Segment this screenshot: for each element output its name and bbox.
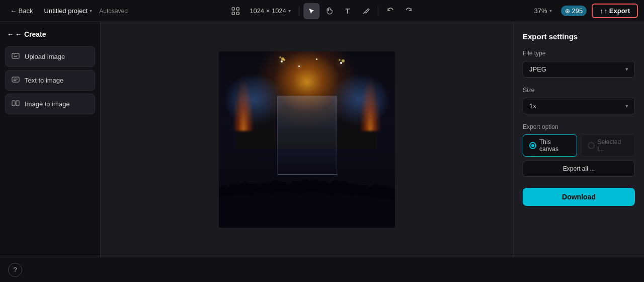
- divider: [378, 6, 378, 16]
- canvas-size-label: 1024 × 1024: [250, 7, 286, 15]
- divider: [299, 6, 299, 16]
- this-canvas-label: This canvas: [539, 138, 571, 153]
- selected-layers-option[interactable]: Selected l...: [581, 134, 635, 157]
- download-button[interactable]: Download: [523, 188, 635, 206]
- export-all-label: Export all ...: [563, 165, 595, 172]
- undo-button[interactable]: [382, 3, 398, 19]
- frame-tool-icon[interactable]: [227, 3, 244, 19]
- radio-row: This canvas Selected l...: [523, 134, 635, 157]
- select-tool-button[interactable]: [303, 3, 319, 19]
- image-to-image-label: Image to image: [25, 100, 70, 108]
- size-select[interactable]: 1x ▾: [523, 98, 635, 114]
- upload-image-icon: [12, 52, 20, 61]
- chevron-down-icon: ▾: [625, 103, 628, 109]
- export-button[interactable]: ↑ ↑ Export: [592, 4, 638, 18]
- credits-badge: ⊕ 295: [561, 6, 587, 16]
- export-option-label: Export option: [523, 123, 635, 130]
- svg-rect-8: [16, 101, 19, 106]
- svg-rect-4: [12, 53, 19, 58]
- back-button[interactable]: ← Back: [6, 5, 37, 17]
- svg-rect-3: [236, 12, 239, 15]
- topbar-right: 37% ▾ ⊕ 295 ↑ ↑ Export: [530, 4, 638, 18]
- text-to-image-label: Text to image: [25, 77, 63, 84]
- svg-point-5: [14, 54, 15, 55]
- size-field: Size 1x ▾: [523, 87, 635, 114]
- selected-label: Selected l...: [598, 138, 629, 153]
- svg-rect-2: [232, 12, 234, 15]
- hand-tool-button[interactable]: [321, 3, 338, 19]
- help-button[interactable]: ?: [8, 263, 22, 277]
- svg-rect-0: [232, 8, 234, 10]
- topbar: ← Back Untitled project ▾ Autosaved 1024…: [0, 0, 644, 22]
- chevron-down-icon: ▾: [625, 66, 628, 73]
- export-label: ↑ Export: [604, 7, 630, 15]
- image-to-image-icon: [12, 99, 20, 109]
- redo-button[interactable]: [400, 3, 417, 19]
- autosaved-label: Autosaved: [99, 8, 128, 15]
- export-all-button[interactable]: Export all ...: [523, 161, 635, 177]
- text-tool-button[interactable]: T: [340, 3, 356, 19]
- file-type-select[interactable]: JPEG ▾: [523, 61, 635, 78]
- zoom-selector[interactable]: 37% ▾: [530, 5, 555, 17]
- create-label: ← Create: [15, 30, 46, 38]
- chevron-down-icon: ▾: [288, 8, 291, 14]
- this-canvas-option[interactable]: This canvas: [523, 134, 577, 157]
- credits-value: 295: [572, 7, 583, 15]
- credits-icon: ⊕: [565, 8, 570, 15]
- this-canvas-radio-dot: [529, 142, 536, 149]
- file-type-label: File type: [523, 50, 635, 57]
- bottom-bar: ?: [0, 257, 644, 282]
- chevron-down-icon: ▾: [549, 8, 552, 14]
- export-icon: ↑: [600, 7, 603, 15]
- create-back-icon: ←: [7, 30, 14, 38]
- selected-radio-dot: [588, 142, 595, 149]
- chevron-down-icon: ▾: [90, 8, 92, 14]
- canvas-size-selector[interactable]: 1024 × 1024 ▾: [246, 5, 295, 17]
- help-label: ?: [13, 266, 17, 273]
- panel-title: Export settings: [523, 32, 635, 41]
- size-value: 1x: [529, 102, 536, 110]
- sidebar-item-upload-image[interactable]: Upload image: [5, 46, 95, 67]
- pen-tool-button[interactable]: [358, 3, 374, 19]
- sidebar-header: ← ← Create: [5, 27, 95, 43]
- topbar-center: 1024 × 1024 ▾ T: [227, 3, 417, 19]
- size-label: Size: [523, 87, 635, 94]
- zoom-label: 37%: [534, 7, 547, 15]
- project-name-label: Untitled project: [44, 7, 88, 15]
- file-type-field: File type JPEG ▾: [523, 50, 635, 78]
- upload-image-label: Upload image: [25, 53, 65, 60]
- svg-rect-6: [12, 77, 19, 82]
- main-content: ← ← Create Upload image Text to image Im…: [0, 22, 644, 257]
- back-label: ← Back: [10, 7, 33, 15]
- canvas-image: [219, 51, 395, 228]
- sidebar: ← ← Create Upload image Text to image Im…: [0, 22, 101, 257]
- svg-rect-7: [12, 101, 15, 106]
- file-type-value: JPEG: [529, 65, 546, 73]
- download-label: Download: [562, 193, 596, 201]
- project-name[interactable]: Untitled project ▾: [41, 5, 96, 17]
- canvas-area[interactable]: [101, 22, 513, 257]
- sidebar-item-image-to-image[interactable]: Image to image: [5, 94, 95, 114]
- sidebar-item-text-to-image[interactable]: Text to image: [5, 70, 95, 91]
- text-to-image-icon: [12, 76, 20, 85]
- svg-rect-1: [236, 8, 239, 10]
- export-panel: Export settings File type JPEG ▾ Size 1x…: [513, 22, 644, 257]
- export-option-group: Export option This canvas Selected l... …: [523, 123, 635, 177]
